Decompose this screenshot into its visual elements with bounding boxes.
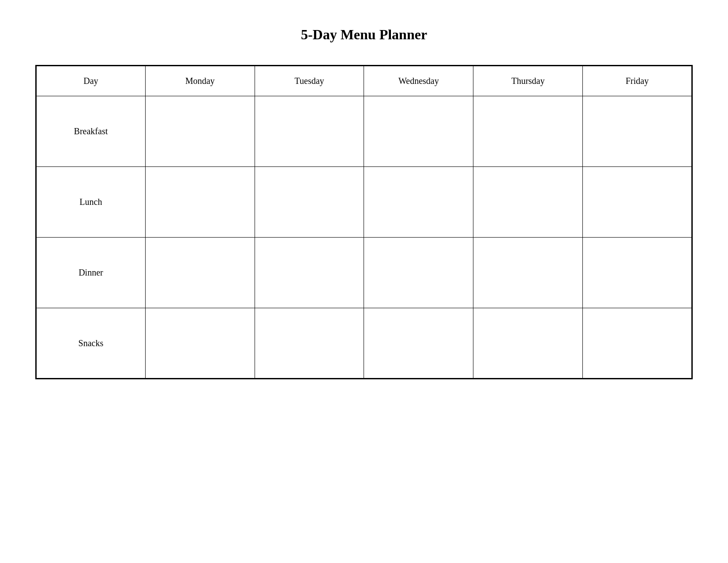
meal-snacks: Snacks bbox=[36, 308, 146, 379]
dinner-label: Dinner bbox=[79, 268, 103, 277]
cell-lunch-wednesday[interactable] bbox=[364, 167, 473, 238]
col-tuesday: Tuesday bbox=[255, 66, 364, 96]
cell-breakfast-thursday[interactable] bbox=[473, 96, 583, 167]
cell-breakfast-monday[interactable] bbox=[145, 96, 255, 167]
col-day: Day bbox=[36, 66, 146, 96]
cell-dinner-thursday[interactable] bbox=[473, 238, 583, 308]
meal-dinner: Dinner bbox=[36, 238, 146, 308]
snacks-label: Snacks bbox=[79, 338, 104, 348]
cell-lunch-monday[interactable] bbox=[145, 167, 255, 238]
meal-lunch: Lunch bbox=[36, 167, 146, 238]
cell-dinner-monday[interactable] bbox=[145, 238, 255, 308]
row-breakfast: Breakfast bbox=[36, 96, 692, 167]
header-row: Day Monday Tuesday Wednesday Thursday Fr… bbox=[36, 66, 692, 96]
page-title: 5-Day Menu Planner bbox=[301, 26, 427, 43]
meal-breakfast: Breakfast bbox=[36, 96, 146, 167]
cell-dinner-wednesday[interactable] bbox=[364, 238, 473, 308]
cell-breakfast-wednesday[interactable] bbox=[364, 96, 473, 167]
planner-table: Day Monday Tuesday Wednesday Thursday Fr… bbox=[35, 65, 693, 379]
cell-lunch-thursday[interactable] bbox=[473, 167, 583, 238]
col-monday: Monday bbox=[145, 66, 255, 96]
cell-dinner-tuesday[interactable] bbox=[255, 238, 364, 308]
cell-lunch-tuesday[interactable] bbox=[255, 167, 364, 238]
cell-dinner-friday[interactable] bbox=[583, 238, 692, 308]
cell-snacks-tuesday[interactable] bbox=[255, 308, 364, 379]
cell-snacks-wednesday[interactable] bbox=[364, 308, 473, 379]
cell-breakfast-friday[interactable] bbox=[583, 96, 692, 167]
cell-snacks-thursday[interactable] bbox=[473, 308, 583, 379]
row-lunch: Lunch bbox=[36, 167, 692, 238]
cell-snacks-friday[interactable] bbox=[583, 308, 692, 379]
col-friday: Friday bbox=[583, 66, 692, 96]
cell-breakfast-tuesday[interactable] bbox=[255, 96, 364, 167]
col-wednesday: Wednesday bbox=[364, 66, 473, 96]
lunch-label: Lunch bbox=[79, 197, 102, 207]
row-snacks: Snacks bbox=[36, 308, 692, 379]
row-dinner: Dinner bbox=[36, 238, 692, 308]
cell-lunch-friday[interactable] bbox=[583, 167, 692, 238]
breakfast-label: Breakfast bbox=[74, 126, 108, 136]
col-thursday: Thursday bbox=[473, 66, 583, 96]
cell-snacks-monday[interactable] bbox=[145, 308, 255, 379]
